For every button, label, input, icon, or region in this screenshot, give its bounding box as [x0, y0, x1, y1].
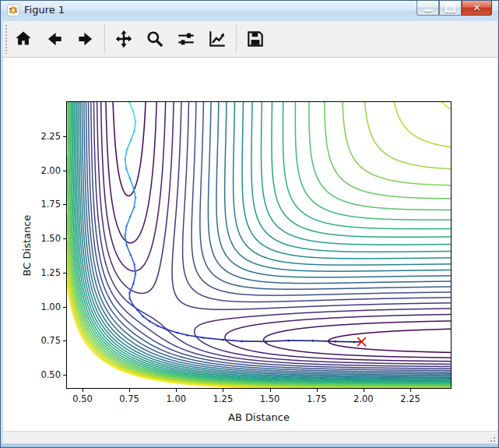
toolbar-grip[interactable]	[5, 24, 8, 54]
status-bar	[3, 431, 497, 444]
y-tick-mark	[63, 238, 66, 239]
contour-plot-canvas[interactable]	[67, 102, 451, 388]
window-controls: ✕	[416, 1, 492, 16]
subplots-icon	[176, 29, 196, 49]
toolbar-zoom-button[interactable]	[142, 26, 168, 52]
maximize-button[interactable]	[439, 1, 462, 16]
x-tick-mark	[83, 389, 83, 392]
minimize-icon	[424, 9, 431, 12]
zoom-icon	[145, 29, 165, 49]
x-tick-label: 1.50	[260, 393, 280, 404]
edit-plot-icon	[207, 29, 227, 49]
x-tick-label: 1.75	[307, 393, 327, 404]
y-tick-label: 1.50	[32, 233, 61, 244]
x-tick-mark	[129, 389, 130, 392]
y-tick-label: 2.25	[32, 131, 61, 142]
x-tick-mark	[223, 389, 223, 392]
y-tick-label: 2.00	[32, 165, 61, 176]
y-tick-label: 1.75	[32, 199, 61, 210]
x-axis-label: AB Distance	[228, 411, 290, 423]
y-axis-label: BC Distance	[21, 214, 33, 276]
toolbar-edit-plot-button[interactable]	[204, 26, 230, 52]
back-icon	[44, 29, 65, 49]
resize-grip[interactable]	[487, 433, 497, 443]
x-tick-label: 0.75	[119, 393, 139, 404]
maximize-icon	[445, 4, 455, 12]
x-tick-label: 2.00	[353, 393, 374, 404]
x-tick-mark	[410, 389, 411, 392]
y-tick-mark	[63, 273, 66, 273]
x-tick-label: 1.25	[213, 393, 234, 404]
forward-icon	[76, 29, 96, 49]
x-tick-mark	[270, 389, 271, 392]
pan-icon	[114, 29, 134, 49]
x-tick-mark	[317, 389, 318, 392]
home-icon	[13, 29, 33, 49]
toolbar-pan-button[interactable]	[111, 26, 137, 52]
y-tick-mark	[63, 204, 66, 205]
x-tick-mark	[364, 389, 364, 392]
y-tick-mark	[63, 375, 66, 376]
y-tick-mark	[63, 136, 66, 137]
y-tick-label: 1.25	[32, 267, 61, 278]
toolbar-separator	[104, 25, 105, 53]
y-tick-label: 1.00	[32, 302, 61, 312]
y-tick-label: 0.75	[32, 335, 61, 346]
toolbar-forward-button[interactable]	[72, 26, 99, 52]
titlebar[interactable]: Figure 1 ✕	[1, 1, 498, 21]
figure-canvas-area: AB Distance BC Distance 0.500.751.001.25…	[3, 58, 497, 431]
toolbar-back-button[interactable]	[41, 26, 68, 52]
x-tick-label: 0.50	[72, 393, 93, 404]
toolbar-home-button[interactable]	[10, 26, 37, 52]
save-icon	[245, 29, 265, 49]
y-tick-mark	[63, 171, 66, 171]
close-button[interactable]: ✕	[462, 1, 492, 16]
figure-window: Figure 1 ✕ AB Distance BC Distance 0.500…	[0, 0, 499, 448]
x-tick-label: 2.25	[400, 393, 420, 404]
window-title: Figure 1	[24, 4, 65, 16]
toolbar-separator	[236, 25, 237, 53]
matplotlib-toolbar	[3, 21, 497, 58]
window-bottom-border	[1, 443, 498, 448]
x-tick-label: 1.00	[166, 393, 186, 404]
toolbar-subplots-button[interactable]	[173, 26, 199, 52]
y-tick-mark	[63, 307, 66, 308]
y-tick-label: 0.50	[32, 369, 61, 380]
toolbar-save-button[interactable]	[242, 26, 269, 52]
x-tick-mark	[176, 389, 177, 392]
close-icon: ✕	[473, 3, 480, 12]
y-tick-mark	[63, 340, 66, 341]
minimize-button[interactable]	[416, 1, 439, 16]
tk-feather-icon	[7, 4, 19, 16]
